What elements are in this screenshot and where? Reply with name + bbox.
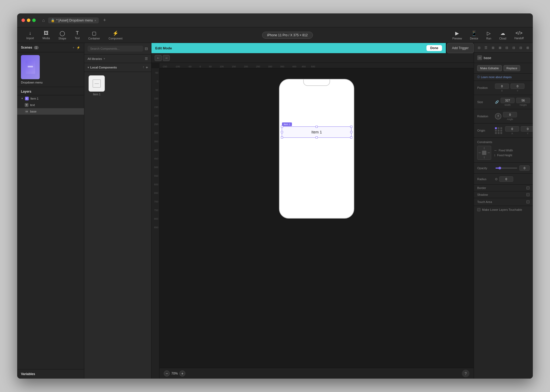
learn-more-link[interactable]: ⓘ Learn more about shapes <box>474 74 533 81</box>
opacity-handle[interactable] <box>498 167 501 169</box>
layer-item-1[interactable]: ▼ C Item 1 <box>17 95 84 102</box>
rotation-angle-input[interactable] <box>503 112 517 117</box>
add-component-icon[interactable]: + <box>146 65 148 70</box>
canvas-content[interactable]: Item 1 Item 1 <box>160 68 474 368</box>
home-icon[interactable]: ⌂ <box>42 18 45 23</box>
text-type-icon: T <box>25 103 28 107</box>
run-icon: ▷ <box>487 30 491 36</box>
selection-handle-mr[interactable] <box>350 131 352 133</box>
layer-item-text[interactable]: T text <box>17 102 84 108</box>
component-card-item1[interactable]: — Item 1 <box>88 75 106 96</box>
align-center-h-button[interactable]: ☰ <box>483 45 489 51</box>
text-tool[interactable]: T Text <box>71 29 84 41</box>
done-button[interactable]: Done <box>426 45 442 51</box>
opacity-input[interactable] <box>519 165 530 171</box>
component-tool[interactable]: ⚡ Component <box>105 29 126 42</box>
cloud-tool[interactable]: ☁ Cloud <box>495 29 510 42</box>
close-button[interactable] <box>21 19 25 22</box>
origin-y-input[interactable] <box>521 126 533 132</box>
tab-close-button[interactable]: × <box>95 19 96 22</box>
new-tab-button[interactable]: + <box>103 17 106 23</box>
replace-button[interactable]: Replace <box>504 65 520 71</box>
make-lower-checkbox[interactable] <box>477 208 480 211</box>
scene-thumbnail[interactable]: Dropdown menu <box>17 52 84 87</box>
opacity-slider[interactable] <box>495 168 517 169</box>
run-tool[interactable]: ▷ Run <box>483 29 495 42</box>
add-trigger-button[interactable]: Add Trigger <box>447 43 474 53</box>
preview-label: Preview <box>453 37 462 40</box>
origin-y-label: Y <box>527 132 529 135</box>
radius-link-icon[interactable]: ⊙ <box>495 177 498 181</box>
align-left-button[interactable]: ⊟ <box>476 45 482 51</box>
position-y-input[interactable] <box>511 84 524 89</box>
align-center-v-button[interactable]: ⊟ <box>511 45 517 51</box>
make-editable-button[interactable]: Make Editable <box>477 65 502 71</box>
zoom-in-button[interactable]: + <box>179 371 185 376</box>
forward-arrow-button[interactable]: → <box>163 55 170 61</box>
canvas-wrapper[interactable]: -150 -100 -50 0 50 100 150 200 250 300 3… <box>151 63 474 379</box>
device-selector[interactable]: iPhone 11 Pro / X 375 × 812 <box>262 32 313 39</box>
handoff-tool[interactable]: </> Handoff <box>511 29 527 41</box>
item-label-tag: Item 1 <box>282 122 292 126</box>
selection-handle-bm[interactable] <box>316 136 318 139</box>
cloud-label: Cloud <box>499 37 506 40</box>
radius-input[interactable] <box>499 176 513 182</box>
height-input[interactable] <box>516 98 530 103</box>
scene-name: Dropdown menu <box>21 81 80 84</box>
variables-section: Variables <box>17 369 84 379</box>
help-button[interactable]: ? <box>462 370 469 377</box>
origin-grid[interactable] <box>495 127 502 134</box>
origin-x-input[interactable] <box>505 126 519 132</box>
collapse-icon[interactable]: ▾ <box>88 66 89 69</box>
constraints-visual[interactable] <box>477 146 491 160</box>
selection-handle-tr[interactable] <box>350 126 352 128</box>
selected-item[interactable]: Item 1 Item 1 <box>282 126 352 138</box>
scenes-actions[interactable]: + ⚡ <box>73 46 80 49</box>
shape-icon: ◯ <box>60 30 65 36</box>
container-tool[interactable]: ▢ Container <box>85 29 104 42</box>
preview-tool[interactable]: ▶ Preview <box>449 29 466 42</box>
zoom-out-button[interactable]: − <box>164 371 170 376</box>
distribute-v-button[interactable]: ⊞ <box>525 45 531 51</box>
selection-handle-tl[interactable] <box>281 126 283 128</box>
media-tool[interactable]: 🖼 Media <box>39 29 53 41</box>
back-arrow-button[interactable]: ← <box>155 55 162 61</box>
search-input[interactable] <box>88 46 143 52</box>
touch-area-checkbox[interactable] <box>526 200 530 204</box>
import-tool[interactable]: ↓ Import <box>23 29 38 41</box>
rotation-wheel[interactable] <box>495 113 501 119</box>
filter-icon[interactable]: ⊟ <box>145 46 148 51</box>
active-tab[interactable]: 🔒 * [Asset] Dropdown menu × <box>48 17 99 23</box>
ruler-tick: 0 <box>156 79 159 83</box>
align-top-button[interactable]: ⊟ <box>504 45 510 51</box>
canvas-bottom: − 70% + ? <box>160 368 474 379</box>
align-bottom-button[interactable]: ⊟ <box>518 45 524 51</box>
info-icon: ⓘ <box>477 75 480 79</box>
chevron-down-icon[interactable]: ▾ <box>104 57 105 60</box>
shape-label: Shape <box>59 37 66 40</box>
layer-item-base[interactable]: ▭ base <box>17 108 84 115</box>
align-right-button[interactable]: ⊞ <box>490 45 496 51</box>
selection-handle-ml[interactable] <box>281 131 283 133</box>
position-x-input[interactable] <box>495 84 509 89</box>
ruler-tick: -50 <box>154 71 159 75</box>
shape-tool[interactable]: ◯ Shape <box>55 29 70 42</box>
fullscreen-button[interactable] <box>32 19 36 22</box>
lightning-icon[interactable]: ⚡ <box>77 46 80 49</box>
selection-handle-bl[interactable] <box>281 136 283 139</box>
selection-handle-br[interactable] <box>350 136 352 139</box>
border-checkbox[interactable] <box>526 186 530 190</box>
list-view-icon[interactable]: ☰ <box>145 57 148 61</box>
width-input[interactable] <box>501 98 515 103</box>
shadow-checkbox[interactable] <box>526 193 530 196</box>
add-scene-button[interactable]: + <box>73 46 74 49</box>
minimize-button[interactable] <box>27 19 30 22</box>
distribute-h-button[interactable]: ⊠ <box>497 45 503 51</box>
components-panel: ⊟ All libraries ▾ ☰ ▾ Local Components ↑… <box>84 43 151 379</box>
text-icon: T <box>76 30 79 36</box>
local-components-header: ▾ Local Components ↑ + <box>84 63 151 72</box>
selection-handle-tm[interactable] <box>316 126 318 128</box>
link-icon[interactable]: 🔗 <box>495 100 499 104</box>
upload-icon[interactable]: ↑ <box>143 65 144 70</box>
device-tool[interactable]: 📱 Device <box>466 29 482 42</box>
